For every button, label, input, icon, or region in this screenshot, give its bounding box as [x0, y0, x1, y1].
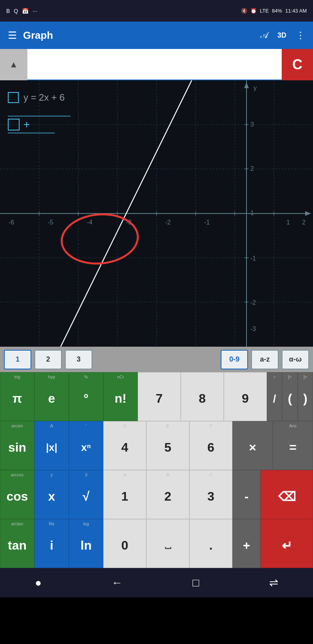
- collapse-button[interactable]: ▲: [0, 49, 27, 80]
- key-multiply[interactable]: ×: [232, 421, 273, 470]
- clear-label: C: [292, 56, 302, 73]
- keyboard-tabs: 1 2 3 0-9 a-z α-ω: [0, 347, 313, 372]
- status-time: 11:43 AM: [285, 8, 307, 14]
- key-1[interactable]: A 1: [103, 470, 146, 519]
- add-eq-line-top: [8, 116, 70, 117]
- key-cos[interactable]: arccos cos: [0, 470, 34, 519]
- svg-text:-2: -2: [165, 219, 171, 226]
- status-right-info: 🔇 ⏰ LTE 84% 11:43 AM: [241, 8, 307, 14]
- keyboard-tab-09[interactable]: 0-9: [221, 350, 248, 369]
- svg-text:-1: -1: [204, 219, 210, 226]
- svg-marker-15: [305, 211, 311, 216]
- svg-text:1: 1: [250, 210, 254, 216]
- status-bar: B Q 📅 ··· 🔇 ⏰ LTE 84% 11:43 AM: [0, 0, 313, 22]
- nav-home-icon[interactable]: ●: [35, 577, 41, 589]
- key-space[interactable]: ⎵: [146, 519, 189, 568]
- svg-text:-5: -5: [48, 219, 53, 226]
- add-eq-row: +: [8, 118, 70, 131]
- status-icon-b: B: [6, 8, 10, 14]
- nav-back-icon[interactable]: ←: [112, 577, 122, 589]
- status-alarm-icon: ⏰: [250, 8, 257, 14]
- svg-text:-3: -3: [250, 326, 256, 332]
- equation-text: y = 2x + 6: [23, 92, 65, 103]
- key-divide[interactable]: ÷ /: [267, 372, 282, 421]
- key-power[interactable]: ' xⁿ: [69, 421, 103, 470]
- status-icon-q: Q: [14, 8, 18, 14]
- add-eq-checkbox[interactable]: [8, 119, 20, 130]
- key-9[interactable]: 9: [224, 372, 267, 421]
- key-pi[interactable]: trig π: [0, 372, 34, 421]
- threed-button[interactable]: 3D: [277, 31, 286, 40]
- equation-checkbox[interactable]: [8, 92, 19, 103]
- svg-text:1: 1: [286, 219, 290, 226]
- header-right: 𝒜 3D ⋮: [261, 30, 305, 41]
- font-icon[interactable]: 𝒜: [261, 30, 268, 40]
- key-7[interactable]: 7: [138, 372, 181, 421]
- equation-label: y = 2x + 6: [8, 92, 65, 103]
- key-e[interactable]: hyp e: [34, 372, 69, 421]
- keyboard-tab-3[interactable]: 3: [65, 350, 92, 369]
- add-eq-plus-icon[interactable]: +: [23, 118, 30, 131]
- status-battery: 84%: [272, 8, 282, 14]
- key-8[interactable]: 8: [181, 372, 224, 421]
- svg-text:2: 2: [302, 219, 306, 226]
- key-factorial[interactable]: nCr n!: [103, 372, 138, 421]
- key-5[interactable]: E 5: [146, 421, 189, 470]
- key-sqrt[interactable]: 3 √: [69, 470, 103, 519]
- key-backspace[interactable]: ⌫: [261, 470, 313, 519]
- app-header: ☰ Graph 𝒜 3D ⋮: [0, 22, 313, 49]
- svg-text:3: 3: [250, 121, 254, 128]
- header-left: ☰ Graph: [8, 29, 53, 42]
- add-eq-line-bottom: [8, 132, 55, 134]
- key-3[interactable]: C 3: [189, 470, 232, 519]
- chevron-up-icon: ▲: [9, 60, 18, 70]
- svg-text:-2: -2: [250, 299, 256, 306]
- key-minus[interactable]: -: [232, 470, 261, 519]
- keyboard-row-2: arcsin sin A |x| ' xⁿ D 4 E 5 F 6 × Ans …: [0, 421, 313, 470]
- keyboard-tab-az[interactable]: a-z: [251, 350, 279, 369]
- keyboard-right-tabs: 0-9 a-z α-ω: [221, 350, 309, 369]
- key-close-paren[interactable]: ]> ): [298, 372, 313, 421]
- key-x[interactable]: y x: [34, 470, 69, 519]
- keyboard-row-1: trig π hyp e % ° nCr n! 7 8 9 ÷ / [< ( ]…: [0, 372, 313, 421]
- nav-recents-icon[interactable]: □: [192, 577, 199, 589]
- key-degree[interactable]: % °: [69, 372, 103, 421]
- key-equals[interactable]: Ans =: [273, 421, 313, 470]
- key-4[interactable]: D 4: [103, 421, 146, 470]
- status-icon-calendar: 📅: [22, 8, 29, 14]
- keyboard-row-4: arctan tan Re i log ln 0 ⎵ . + ↵: [0, 519, 313, 568]
- key-0[interactable]: 0: [103, 519, 146, 568]
- page-title: Graph: [23, 29, 53, 42]
- svg-text:y: y: [254, 85, 257, 91]
- key-decimal[interactable]: .: [189, 519, 232, 568]
- key-ln[interactable]: log ln: [69, 519, 103, 568]
- svg-marker-13: [244, 82, 249, 88]
- keyboard-tab-alpha[interactable]: α-ω: [282, 350, 309, 369]
- status-lte: LTE: [260, 8, 269, 14]
- key-2[interactable]: B 2: [146, 470, 189, 519]
- svg-text:2: 2: [250, 165, 254, 172]
- nav-bar: ● ← □ ⇌: [0, 568, 313, 597]
- add-equation-area[interactable]: +: [8, 116, 70, 134]
- input-bar: ▲ C: [0, 49, 313, 80]
- keyboard-tab-2[interactable]: 2: [34, 350, 62, 369]
- key-imaginary[interactable]: Re i: [34, 519, 69, 568]
- expression-input[interactable]: [27, 49, 282, 80]
- svg-text:-1: -1: [250, 255, 256, 262]
- nav-split-icon[interactable]: ⇌: [269, 576, 278, 589]
- status-mute-icon: 🔇: [241, 8, 247, 14]
- clear-button[interactable]: C: [282, 49, 313, 80]
- graph-area[interactable]: 3 2 1 -1 -2 -3 y -6 -5 -4 -3 -2 -1 1 2: [0, 80, 313, 347]
- key-6[interactable]: F 6: [189, 421, 232, 470]
- hamburger-menu-icon[interactable]: ☰: [8, 29, 17, 42]
- key-sin[interactable]: arcsin sin: [0, 421, 34, 470]
- key-plus[interactable]: +: [232, 519, 261, 568]
- key-enter[interactable]: ↵: [261, 519, 313, 568]
- key-open-paren[interactable]: [< (: [282, 372, 297, 421]
- keyboard-row-3: arccos cos y x 3 √ A 1 B 2 C 3 - ⌫: [0, 470, 313, 519]
- key-abs[interactable]: A |x|: [34, 421, 69, 470]
- svg-text:-6: -6: [9, 219, 14, 226]
- keyboard-tab-1[interactable]: 1: [4, 350, 31, 369]
- more-options-icon[interactable]: ⋮: [296, 30, 305, 41]
- key-tan[interactable]: arctan tan: [0, 519, 34, 568]
